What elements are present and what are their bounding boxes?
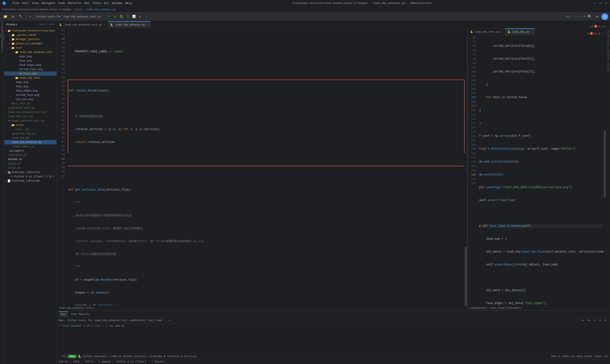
tree-item-gitignore[interactable]: .gitignore	[4, 149, 56, 153]
tree-item-scratches[interactable]: ▸ 📝 External Libraries	[4, 179, 56, 183]
tree-item-face-edges-png-2[interactable]: face_edges.png	[4, 89, 56, 93]
tree-item-pytest-cache[interactable]: ▸ 📁 .pytest_cache	[4, 33, 56, 37]
side-icon-adview[interactable]: Ad View	[606, 62, 610, 73]
run-ctrl-settings[interactable]: ⚙	[603, 318, 608, 323]
toolbar-settings-icon[interactable]: ⚙	[10, 13, 16, 20]
status-run-button[interactable]: Run	[68, 355, 77, 358]
tab-close-load-shp-test[interactable]: ✕	[501, 30, 503, 34]
tab-load-shp[interactable]: 🐍 load_shp.py ✕	[505, 28, 535, 35]
status-git-branch[interactable]: ⑂ master	[152, 360, 164, 363]
tree-item-plane-tri[interactable]: ▸ 📁 plane_tri_meshgpt	[4, 41, 56, 46]
run-ctrl-rerun[interactable]: ↺	[592, 318, 597, 323]
user-avatar[interactable]: A	[601, 13, 608, 20]
tree-item-sorted-face-png-2[interactable]: sorted_face.png	[4, 93, 56, 97]
menu-run[interactable]: Run	[84, 2, 90, 5]
scrollbar-right[interactable]	[604, 35, 606, 305]
menu-file[interactable]: File	[13, 2, 19, 5]
settings-gear-button[interactable]: ⚙	[594, 13, 600, 20]
menu-tools[interactable]: Tools	[92, 2, 101, 5]
tree-item-test[interactable]: ▾ 📂 test	[4, 46, 56, 50]
status-python[interactable]: Python 3.11 (floor)	[116, 360, 146, 363]
tree-item-vertice-png-1[interactable]: vertice.png	[4, 71, 56, 76]
status-indent[interactable]: 4 spaces	[98, 360, 111, 363]
scrollbar-left[interactable]	[465, 28, 467, 305]
panel-icon-1[interactable]: ⊕	[39, 23, 41, 26]
tree-item-setup[interactable]: setup.py	[4, 161, 56, 166]
menu-view[interactable]: View	[32, 2, 39, 5]
breadcrumb-root[interactable]: floorplan-reconsturtion-based-plane-tria…	[2, 8, 71, 11]
status-encoding[interactable]: UTF-8	[85, 360, 93, 363]
status-position[interactable]: 226:21	[59, 360, 68, 363]
minimize-button[interactable]: —	[593, 1, 597, 5]
tree-item-load-shp-enhance[interactable]: load_shp_enhance.py	[4, 140, 56, 144]
tree-item-sorted-face-png-1[interactable]: sorted_face.png	[4, 67, 56, 71]
status-todo[interactable]: ☑ TODO	[108, 355, 117, 358]
window-controls[interactable]: — ❐ ✕	[593, 1, 608, 5]
run-ctrl-filter[interactable]: ▼	[597, 318, 602, 323]
tree-item-init[interactable]: __init__.py	[4, 127, 56, 131]
tree-item-load-shp-test-folder[interactable]: ▾ 📂 load_shp_test	[4, 76, 56, 80]
tree-item-python-floor[interactable]: ▸ < Python 3.11 (floor) > D:\devel	[4, 174, 56, 179]
tree-item-inference-test[interactable]: inference_test.py	[4, 106, 56, 110]
debug-button[interactable]: 🐛	[119, 14, 124, 19]
panel-icon-5[interactable]: ⚙	[50, 23, 52, 26]
menu-help[interactable]: Help	[125, 2, 132, 5]
tree-root[interactable]: ▾ 📂 floorplan-reconsturtion-based-plan	[4, 29, 56, 33]
tree-item-edge-png-2[interactable]: edge.png	[4, 80, 56, 84]
tree-item-edge-png-1[interactable]: edge.png	[4, 54, 56, 59]
profile-button[interactable]: 📊	[131, 14, 137, 19]
side-icon-notifications[interactable]: Notifications	[606, 29, 610, 48]
tab-load-shp-enhance[interactable]: 🐍 load_shp_enhance.py ✕	[108, 21, 151, 28]
run-controls[interactable]: ▶ ■ ↺ ▼ ⚙	[581, 318, 608, 323]
tree-item-readme[interactable]: README.md	[4, 157, 56, 161]
tree-item-load-shp-enhance-test-folder[interactable]: ▾ 📂 load_shp_enhance_test	[4, 50, 56, 54]
status-git-icon[interactable]: ⑂ Git	[59, 355, 66, 358]
tree-item-load-shp[interactable]: load_shp.py	[4, 136, 56, 140]
tree-item-meshgpt[interactable]: ▸ 📁 meshgpt_pytorch	[4, 37, 56, 41]
tree-item-generate-shp[interactable]: generate_shp.py	[4, 131, 56, 136]
run-ctrl-play[interactable]: ▶	[581, 318, 585, 323]
menu-edit[interactable]: Edit	[22, 2, 29, 5]
sidebar-icon-structure[interactable]: Structure	[0, 45, 4, 49]
tree-item-rough-label[interactable]: rough_label.py	[4, 144, 56, 149]
menu-code[interactable]: Code	[58, 2, 65, 5]
coverage-button[interactable]: ☰	[125, 14, 130, 19]
status-services[interactable]: ⚙ Services	[181, 355, 197, 358]
run-play-button[interactable]: ▶	[28, 14, 33, 19]
menu-git[interactable]: Git	[104, 2, 109, 5]
close-button[interactable]: ✕	[604, 1, 608, 5]
status-line-sep[interactable]: CRLF	[73, 360, 79, 363]
menu-navigate[interactable]: Navigate	[41, 2, 55, 5]
status-problems[interactable]: ⚠ Problems	[147, 355, 163, 358]
tab-close-enhance[interactable]: ✕	[146, 23, 148, 26]
code-editor-right[interactable]: 93 94 95 96 97 98 99 100 101 102 103 104	[468, 35, 606, 305]
toolbar-project-icon[interactable]: 📁	[2, 13, 9, 20]
tab-load-shp-enhance-test[interactable]: 🐍 load_shp_enhance_test.py ✕	[57, 21, 108, 28]
panel-icon-4[interactable]: ↔	[47, 23, 49, 26]
panel-collapse-icon[interactable]: ✕	[53, 23, 54, 26]
search-button[interactable]: 🔍	[586, 13, 593, 20]
tree-item-inference[interactable]: inference.py	[4, 153, 56, 157]
tab-load-shp-test[interactable]: 🐍 load_shp_test.py ✕	[468, 28, 505, 35]
status-terminal[interactable]: ⊞ Terminal	[164, 355, 180, 358]
code-text-right[interactable]: sorted_vertices[face[0]], sorted_vertice…	[477, 35, 606, 305]
tree-item-face-png-2[interactable]: face.png	[4, 84, 56, 89]
tree-item-face-png-1[interactable]: face.png	[4, 59, 56, 63]
status-python-packages[interactable]: 🐍 Python Packages	[78, 355, 106, 358]
panel-icon-2[interactable]: ⚙	[42, 23, 44, 26]
tree-item-load-shp-test[interactable]: load_shp_test.py	[4, 114, 56, 119]
run-execute-button[interactable]: ▶	[113, 14, 118, 19]
expand-icon[interactable]: ⋮	[606, 25, 608, 28]
maximize-button[interactable]: ❐	[598, 1, 602, 5]
breadcrumb-file[interactable]: load_shp_enhance.py	[86, 8, 116, 11]
code-text-left[interactable]: PROPERTY_FACE_LABEL = 'label' def rotate…	[66, 28, 467, 305]
run-dropdown-button[interactable]: ▾	[106, 14, 112, 19]
tree-item-meshgpt-pytorch-test[interactable]: meshgpt_pytorch_test.py	[4, 119, 56, 123]
menu-refactor[interactable]: Refactor	[68, 2, 82, 5]
stop-button[interactable]: ■	[138, 14, 143, 19]
tree-item-utils-folder[interactable]: ▾ 📂 utils	[4, 123, 56, 127]
menu-bar[interactable]: File Edit View Navigate Code Refactor Ru…	[13, 2, 132, 5]
tree-item-face-edges-png-1[interactable]: face_edges.png	[4, 63, 56, 67]
tab-close-test[interactable]: ✕	[104, 23, 105, 26]
tab-close-load-shp[interactable]: ✕	[531, 30, 532, 34]
